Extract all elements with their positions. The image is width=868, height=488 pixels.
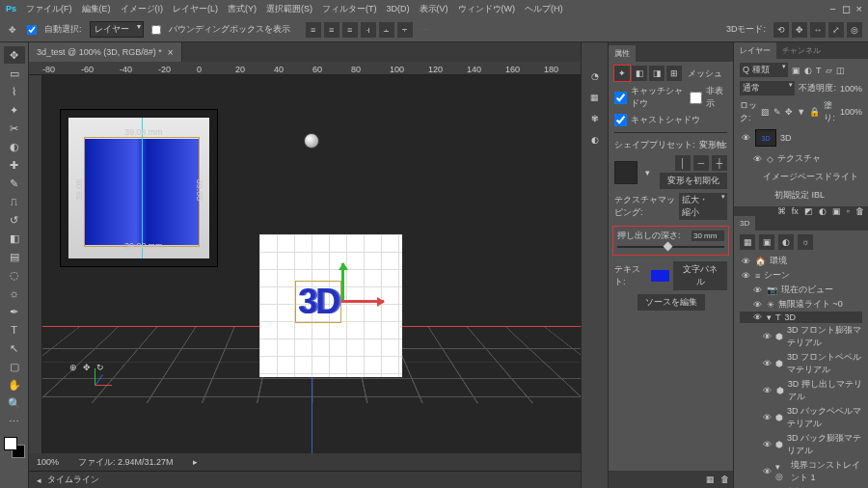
filter-icon[interactable]: ◫ (836, 66, 845, 75)
stamp-tool[interactable]: ⎍ (4, 193, 25, 210)
heal-tool[interactable]: ✚ (4, 156, 25, 174)
layer-sub[interactable]: イメージベースドライト (740, 170, 862, 184)
tree-row[interactable]: 👁📷現在のビュー (740, 283, 862, 297)
shape-tool[interactable]: ▢ (4, 358, 25, 375)
shape-preset-picker[interactable] (614, 161, 637, 184)
dodge-tool[interactable]: ☼ (4, 285, 25, 302)
filter-material-icon[interactable]: ◐ (778, 234, 794, 250)
axis-btn[interactable]: ┼ (712, 155, 727, 171)
cast-shadow-checkbox[interactable] (614, 114, 627, 126)
auto-select-dropdown[interactable]: レイヤー (90, 21, 144, 38)
align-icon[interactable]: ⫟ (397, 22, 413, 38)
reset-deform-button[interactable]: 変形を初期化 (660, 173, 727, 189)
timeline-panel[interactable]: ◂タイムライン (29, 471, 581, 488)
path-tool[interactable]: ↖ (4, 339, 25, 357)
document-tab[interactable]: 3d_test @ 100% (3D, RGB/8#) * × (29, 42, 182, 62)
adjustments-panel-icon[interactable]: ✾ (591, 114, 599, 123)
extrude-depth-input[interactable] (692, 230, 724, 241)
3d-orbit-icon[interactable]: ⟲ (773, 22, 789, 38)
lock-icon[interactable]: 🔒 (809, 107, 820, 117)
trash-icon[interactable]: 🗑 (720, 474, 729, 484)
menu-window[interactable]: ウィンドウ(W) (458, 3, 516, 15)
filter-icon[interactable]: ◐ (804, 66, 812, 75)
axis-compass[interactable] (81, 361, 120, 399)
eyedropper-tool[interactable]: ◐ (4, 138, 25, 155)
tab-close-icon[interactable]: × (168, 47, 174, 58)
layer-row[interactable]: 👁 3D 3D (740, 128, 862, 148)
move-tool[interactable]: ✥ (4, 46, 25, 64)
doc-info[interactable]: ファイル: 2.94M/31.27M (78, 456, 174, 469)
new-icon[interactable]: ▫ (847, 206, 850, 216)
swatch-panel-icon[interactable]: ▦ (590, 93, 599, 102)
menu-image[interactable]: イメージ(I) (121, 3, 164, 15)
zoom-level[interactable]: 100% (37, 457, 59, 467)
wand-tool[interactable]: ✦ (4, 101, 25, 119)
tree-row[interactable]: 👁▾T3D (740, 312, 862, 323)
history-panel-icon[interactable]: ◔ (591, 71, 599, 81)
extrude-depth-slider[interactable] (617, 246, 724, 248)
canvas[interactable]: 3D 39.08 mm 39.08 mm 39.08 39.08 (42, 75, 581, 453)
3d-slide-icon[interactable]: ↔ (810, 22, 826, 38)
fill-value[interactable]: 100% (840, 107, 862, 117)
show-bbox-checkbox[interactable] (151, 25, 161, 35)
tree-row[interactable]: 👁☀無限遠ライト ~0 (740, 297, 862, 312)
lock-icon[interactable]: ✎ (773, 107, 781, 117)
link-icon[interactable]: ⌘ (777, 206, 786, 216)
visibility-icon[interactable]: 👁 (740, 133, 751, 143)
layers-tab[interactable]: レイヤー (734, 42, 776, 59)
align-icon[interactable]: ≡ (324, 22, 339, 38)
view-rotate-widget[interactable] (304, 133, 319, 149)
channels-tab[interactable]: チャンネル (776, 42, 827, 59)
lock-icon[interactable]: ✥ (785, 107, 793, 117)
prop-mesh-tab[interactable]: ✦ (614, 66, 630, 81)
text-color-chip[interactable] (651, 270, 669, 282)
3d-scale-icon[interactable]: ⤢ (828, 22, 844, 38)
lasso-tool[interactable]: ⌇ (4, 83, 25, 100)
kind-filter-dropdown[interactable]: Q 種類 (740, 63, 788, 77)
gradient-tool[interactable]: ▤ (4, 248, 25, 265)
menu-layer[interactable]: レイヤー(L) (173, 3, 218, 15)
edit-source-button[interactable]: ソースを編集 (637, 294, 705, 311)
auto-select-checkbox[interactable] (27, 25, 37, 35)
menu-select[interactable]: 選択範囲(S) (266, 3, 312, 15)
maximize-icon[interactable]: ◻ (842, 3, 851, 15)
filter-light-icon[interactable]: ☼ (798, 234, 813, 250)
brush-tool[interactable]: ✎ (4, 175, 25, 192)
catch-shadow-checkbox[interactable] (614, 92, 627, 104)
3d-panel-tab[interactable]: 3D (734, 216, 755, 230)
group-icon[interactable]: ▣ (832, 206, 841, 216)
filter-icon[interactable]: ▣ (792, 66, 800, 75)
tree-row[interactable]: 👁⬢3D 押し出しマテリアル (740, 377, 862, 404)
opacity-value[interactable]: 100% (840, 84, 862, 94)
tree-row[interactable]: 👁≡シーン (740, 268, 862, 283)
fx-icon[interactable]: fx (792, 206, 799, 216)
close-icon[interactable]: × (856, 3, 862, 15)
pen-tool[interactable]: ✒ (4, 303, 25, 320)
filter-icon[interactable]: T (816, 66, 822, 75)
prop-coord-tab[interactable]: ⊞ (666, 66, 682, 81)
mask-icon[interactable]: ◩ (804, 206, 813, 216)
tree-row[interactable]: 👁▾ ◎境界コンストレイント 1 (740, 458, 862, 485)
tree-row[interactable]: 👁⬢3D バック膨張マテリアル (740, 431, 862, 458)
crop-tool[interactable]: ✂ (4, 120, 25, 137)
type-tool[interactable]: T (4, 321, 25, 339)
secondary-view[interactable]: 39.08 mm 39.08 mm 39.08 39.08 (60, 109, 218, 267)
menu-help[interactable]: ヘルプ(H) (525, 3, 563, 15)
eraser-tool[interactable]: ◧ (4, 230, 25, 247)
more-tools[interactable]: ⋯ (4, 413, 25, 430)
filter-mesh-icon[interactable]: ▣ (759, 234, 774, 250)
color-swatches[interactable] (4, 437, 25, 458)
render-icon[interactable]: ▦ (706, 474, 715, 484)
axis-btn[interactable]: │ (675, 155, 691, 171)
align-icon[interactable]: ⫠ (379, 22, 394, 38)
3d-pan-icon[interactable]: ✥ (792, 22, 807, 38)
hand-tool[interactable]: ✋ (4, 376, 25, 393)
trash-icon[interactable]: 🗑 (855, 206, 864, 216)
hide-checkbox[interactable] (690, 92, 702, 104)
adjust-icon[interactable]: ◐ (819, 206, 827, 216)
zoom-tool[interactable]: 🔍 (4, 394, 25, 412)
filter-scene-icon[interactable]: ▦ (740, 234, 755, 250)
menu-filter[interactable]: フィルター(T) (322, 3, 377, 15)
tree-row[interactable]: 👁🏠環境 (740, 254, 862, 268)
prop-cap-tab[interactable]: ◨ (649, 66, 665, 81)
